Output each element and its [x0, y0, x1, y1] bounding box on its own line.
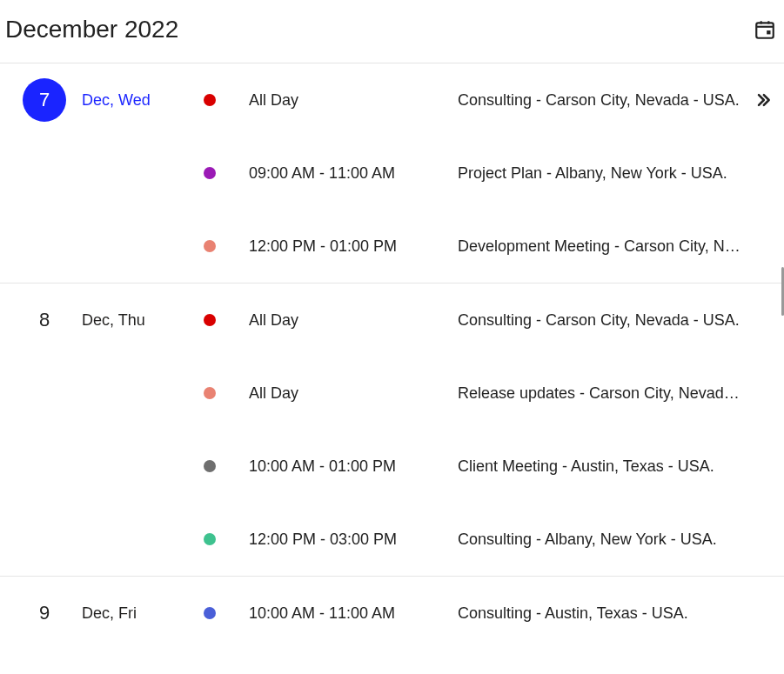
svg-rect-4: [767, 30, 770, 34]
category-dot: [204, 314, 216, 326]
calendar-icon[interactable]: [753, 17, 777, 42]
event-time: All Day: [249, 91, 458, 110]
svg-rect-0: [756, 23, 774, 37]
category-dot-column: [195, 240, 249, 252]
chevron-double-right-icon[interactable]: [754, 91, 772, 109]
category-dot: [204, 387, 216, 399]
agenda-event-row[interactable]: All DayRelease updates - Carson City, Ne…: [0, 357, 784, 430]
header: December 2022: [0, 0, 784, 63]
category-dot: [204, 94, 216, 106]
agenda-event-row[interactable]: 09:00 AM - 11:00 AMProject Plan - Albany…: [0, 137, 784, 210]
category-dot: [204, 607, 216, 619]
category-dot: [204, 167, 216, 179]
day-group: 9Dec, Fri10:00 AM - 11:00 AMConsulting -…: [0, 576, 784, 650]
category-dot-column: [195, 387, 249, 399]
event-title: Client Meeting - Austin, Texas - USA.: [458, 457, 777, 476]
date-badge[interactable]: 7: [23, 78, 66, 122]
agenda-event-row[interactable]: 9Dec, Fri10:00 AM - 11:00 AMConsulting -…: [0, 577, 784, 650]
event-time: All Day: [249, 384, 458, 403]
day-group: 7Dec, WedAll DayConsulting - Carson City…: [0, 63, 784, 283]
category-dot-column: [195, 167, 249, 179]
agenda-event-row[interactable]: 8Dec, ThuAll DayConsulting - Carson City…: [0, 284, 784, 357]
date-column: 8: [7, 298, 82, 342]
event-time: 10:00 AM - 01:00 PM: [249, 457, 458, 476]
date-column: 7: [7, 78, 82, 122]
page-title: December 2022: [5, 16, 178, 43]
day-of-week-label: Dec, Thu: [82, 311, 195, 330]
date-badge[interactable]: 8: [23, 298, 66, 342]
agenda-list: 7Dec, WedAll DayConsulting - Carson City…: [0, 63, 784, 650]
category-dot-column: [195, 607, 249, 619]
event-title: Consulting - Austin, Texas - USA.: [458, 604, 777, 623]
day-of-week-label: Dec, Fri: [82, 604, 195, 623]
event-title: Consulting - Albany, New York - USA.: [458, 531, 777, 549]
category-dot-column: [195, 94, 249, 106]
event-title: Consulting - Carson City, Nevada - USA.: [458, 91, 777, 110]
event-time: All Day: [249, 311, 458, 330]
day-group: 8Dec, ThuAll DayConsulting - Carson City…: [0, 283, 784, 576]
agenda-event-row[interactable]: 7Dec, WedAll DayConsulting - Carson City…: [0, 63, 784, 137]
category-dot: [204, 533, 216, 545]
event-time: 12:00 PM - 03:00 PM: [249, 531, 458, 549]
agenda-event-row[interactable]: 12:00 PM - 01:00 PMDevelopment Meeting -…: [0, 210, 784, 283]
category-dot-column: [195, 533, 249, 545]
category-dot: [204, 240, 216, 252]
category-dot: [204, 460, 216, 472]
event-time: 12:00 PM - 01:00 PM: [249, 237, 458, 256]
agenda-event-row[interactable]: 12:00 PM - 03:00 PMConsulting - Albany, …: [0, 503, 784, 576]
event-title: Project Plan - Albany, New York - USA.: [458, 164, 777, 183]
category-dot-column: [195, 460, 249, 472]
agenda-event-row[interactable]: 10:00 AM - 01:00 PMClient Meeting - Aust…: [0, 430, 784, 503]
event-title: Development Meeting - Carson City, Nevad…: [458, 237, 777, 256]
date-column: 9: [7, 591, 82, 635]
category-dot-column: [195, 314, 249, 326]
event-time: 09:00 AM - 11:00 AM: [249, 164, 458, 183]
day-of-week-label: Dec, Wed: [82, 91, 195, 110]
event-title: Consulting - Carson City, Nevada - USA.: [458, 311, 777, 330]
event-title: Release updates - Carson City, Nevada - …: [458, 384, 777, 403]
event-time: 10:00 AM - 11:00 AM: [249, 604, 458, 623]
date-badge[interactable]: 9: [23, 591, 66, 635]
